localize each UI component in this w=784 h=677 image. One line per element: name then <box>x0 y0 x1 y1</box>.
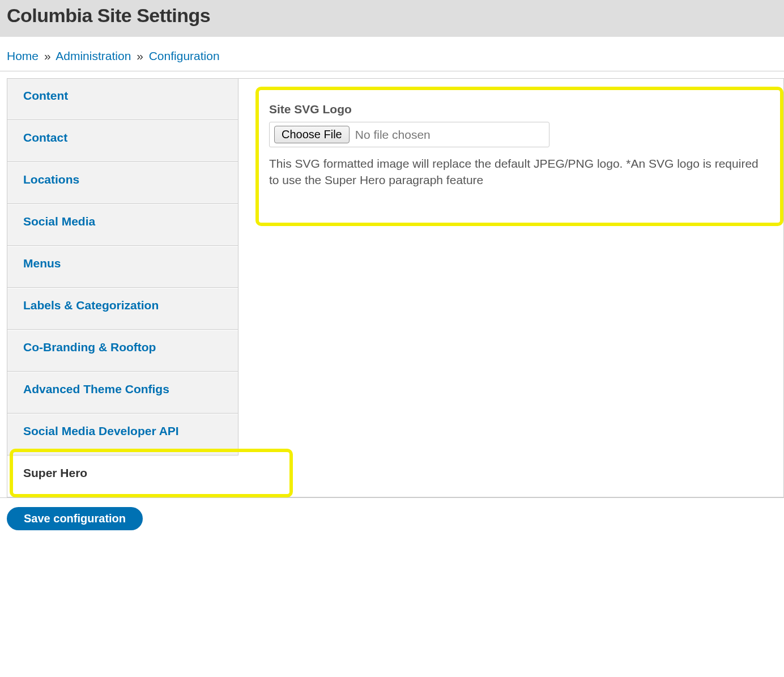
file-input-wrapper[interactable]: Choose File No file chosen <box>269 122 549 147</box>
save-configuration-button[interactable]: Save configuration <box>7 507 143 530</box>
tab-content[interactable]: Content <box>7 79 238 120</box>
header-bar: Columbia Site Settings <box>0 0 784 37</box>
breadcrumb: Home » Administration » Configuration <box>0 37 784 71</box>
field-label: Site SVG Logo <box>269 103 770 116</box>
divider <box>0 71 784 71</box>
highlight-annotation: Site SVG Logo Choose File No file chosen… <box>255 87 783 226</box>
tab-social-media-developer-api[interactable]: Social Media Developer API <box>7 414 238 455</box>
tab-advanced-theme-configs[interactable]: Advanced Theme Configs <box>7 372 238 414</box>
tab-menus[interactable]: Menus <box>7 246 238 288</box>
tab-content-pane: Site SVG Logo Choose File No file chosen… <box>238 79 783 497</box>
tab-contact[interactable]: Contact <box>7 120 238 162</box>
breadcrumb-link-home[interactable]: Home <box>7 49 39 62</box>
actions-bar: Save configuration <box>0 498 784 559</box>
file-status: No file chosen <box>350 128 431 142</box>
tab-social-media[interactable]: Social Media <box>7 204 238 246</box>
field-description: This SVG formatted image will replace th… <box>269 155 770 189</box>
tab-locations[interactable]: Locations <box>7 162 238 204</box>
breadcrumb-link-administration[interactable]: Administration <box>56 49 131 62</box>
vertical-tabs: Content Contact Locations Social Media M… <box>7 79 238 497</box>
settings-container: Content Contact Locations Social Media M… <box>7 78 784 497</box>
breadcrumb-link-configuration[interactable]: Configuration <box>149 49 220 62</box>
page-title: Columbia Site Settings <box>7 5 777 27</box>
breadcrumb-separator: » <box>134 49 146 62</box>
tab-super-hero[interactable]: Super Hero <box>7 455 238 497</box>
choose-file-button[interactable]: Choose File <box>274 126 350 143</box>
tab-labels-categorization[interactable]: Labels & Categorization <box>7 288 238 330</box>
breadcrumb-separator: » <box>42 49 53 62</box>
tab-co-branding-rooftop[interactable]: Co-Branding & Rooftop <box>7 330 238 372</box>
